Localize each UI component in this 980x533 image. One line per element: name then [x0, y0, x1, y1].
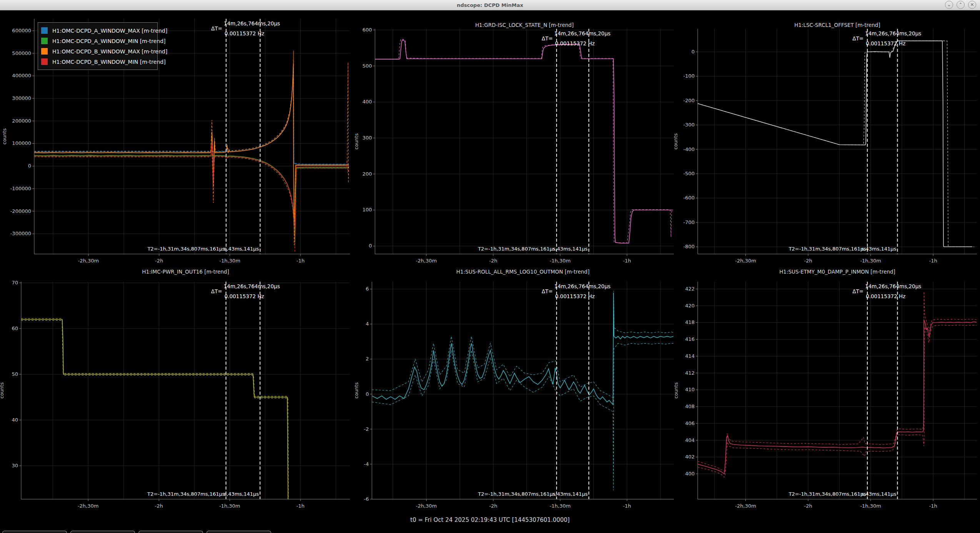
- delta-t-value: 14m,26s,764ms,20µs: [224, 20, 280, 27]
- x-tick-label: -1h: [297, 503, 305, 509]
- y-tick-label: 410: [685, 387, 695, 392]
- taskbar-window-button[interactable]: [2, 531, 67, 533]
- y-axis-label: counts: [673, 382, 679, 399]
- legend-item: H1:OMC-DCPD_B_WINDOW_MAX [m-trend]: [41, 46, 153, 56]
- legend-item: H1:OMC-DCPD_B_WINDOW_MIN [m-trend]: [41, 56, 153, 67]
- ndscope-window: { "window": { "title": "ndscope: DCPD Mi…: [0, 0, 980, 533]
- delta-t-frequency: 0.00115372 Hz: [555, 40, 595, 46]
- t1-cursor-label: s,43ms,141µs: [224, 246, 259, 252]
- plot-sus-roll[interactable]: -2h,30m-2h-1h,30m-1h6420-2-4-6countsH1:S…: [353, 269, 674, 509]
- delta-t-prefix: ΔT=: [542, 288, 553, 294]
- plot-grd-isc[interactable]: -2h,30m-2h-1h,30m-1h6005004003002001000c…: [353, 22, 674, 264]
- y-tick-label: 100: [362, 207, 372, 213]
- y-tick-label: -700: [683, 219, 695, 225]
- plot-title: H1:SUS-ROLL_ALL_RMS_LOG10_OUTMON [m-tren…: [456, 269, 589, 275]
- delta-t-value: 14m,26s,764ms,20µs: [865, 30, 921, 37]
- plot-title: H1:LSC-SRCL1_OFFSET [m-trend]: [794, 22, 880, 28]
- plot-area-imc-pwr: [21, 282, 350, 499]
- y-tick-label: 200000: [12, 118, 31, 124]
- x-tick-label: -2h: [804, 503, 812, 509]
- y-tick-label: 400: [685, 471, 695, 477]
- plot-area-grd-isc: [375, 29, 674, 254]
- plot-legend[interactable]: H1:OMC-DCPD_A_WINDOW_MAX [m-trend] H1:OM…: [38, 22, 158, 70]
- y-tick-label: 0: [369, 243, 372, 249]
- y-tick-label: -200000: [10, 208, 31, 214]
- t1-cursor-label: s,43ms,141µs: [862, 246, 897, 252]
- legend-swatch-orange: [41, 48, 48, 55]
- plot-imc-pwr[interactable]: -2h,30m-2h-1h,30m-1h7060504030countsH1:I…: [0, 269, 350, 509]
- plot-title: H1:GRD-ISC_LOCK_STATE_N [m-trend]: [475, 22, 573, 28]
- legend-label: H1:OMC-DCPD_A_WINDOW_MAX [m-trend]: [52, 28, 167, 34]
- y-tick-label: 406: [685, 420, 695, 426]
- taskbar-window-button[interactable]: [70, 531, 135, 533]
- close-button[interactable]: ✕: [968, 1, 976, 9]
- y-tick-label: -4: [364, 461, 369, 467]
- y-tick-label: 6: [366, 286, 369, 292]
- taskbar-window-button[interactable]: [207, 531, 271, 533]
- window-titlebar[interactable]: ndscope: DCPD MinMax ⌄ ⌃ ✕: [0, 0, 980, 10]
- plot-lsc-srcl1[interactable]: -2h,30m-2h-1h,30m-1h0-100-200-300-400-50…: [673, 22, 977, 264]
- taskbar-window-button[interactable]: [138, 531, 203, 533]
- y-axis-label: counts: [2, 128, 7, 144]
- y-tick-label: 418: [685, 319, 695, 325]
- t1-cursor-label: s,43ms,141µs: [553, 491, 588, 497]
- y-tick-label: 0: [692, 49, 695, 55]
- delta-t-prefix: ΔT=: [211, 25, 222, 32]
- y-tick-label: 4: [366, 321, 369, 327]
- x-tick-label: -2h,30m: [78, 503, 99, 509]
- minimize-button[interactable]: ⌄: [945, 1, 953, 9]
- delta-t-frequency: 0.00115372 Hz: [225, 293, 264, 299]
- x-tick-label: -1h,30m: [550, 258, 571, 264]
- x-tick-label: -2h,30m: [416, 503, 437, 509]
- y-tick-label: 70: [12, 280, 18, 286]
- plots-canvas[interactable]: -2h,30m-2h-1h,30m-1h60000050000040000030…: [0, 0, 980, 533]
- delta-t-frequency: 0.00115372 Hz: [866, 40, 905, 46]
- y-axis-label: counts: [0, 382, 5, 399]
- legend-item: H1:OMC-DCPD_A_WINDOW_MAX [m-trend]: [41, 25, 153, 36]
- plot-title: H1:SUS-ETMY_M0_DAMP_P_INMON [m-trend]: [779, 269, 895, 275]
- x-tick-label: -2h: [155, 258, 163, 264]
- y-tick-label: 400: [362, 99, 372, 105]
- delta-t-value: 14m,26s,764ms,20µs: [554, 283, 610, 289]
- t2-cursor-label: T2=-1h,31m,34s,807ms,161µs: [478, 491, 556, 497]
- legend-swatch-green: [41, 38, 48, 44]
- t2-cursor-label: T2=-1h,31m,34s,807ms,161µs: [147, 246, 225, 252]
- y-tick-label: -100: [683, 73, 695, 79]
- y-tick-label: 420: [685, 303, 695, 309]
- maximize-button[interactable]: ⌃: [957, 1, 965, 9]
- t2-cursor-label: T2=-1h,31m,34s,807ms,161µs: [147, 491, 225, 497]
- y-tick-label: 500: [362, 63, 372, 69]
- x-tick-label: -1h: [623, 258, 631, 264]
- delta-t-value: 14m,26s,764ms,20µs: [554, 30, 610, 37]
- y-tick-label: 100000: [12, 140, 31, 146]
- y-tick-label: 416: [685, 336, 695, 342]
- t1-cursor-label: s,43ms,141µs: [553, 246, 588, 252]
- t2-cursor-label: T2=-1h,31m,34s,807ms,161µs: [788, 246, 867, 252]
- x-tick-label: -1h,30m: [219, 258, 240, 264]
- plot-sus-etmy[interactable]: -2h,30m-2h-1h,30m-1h42242041841641441241…: [673, 269, 977, 509]
- t1-cursor-label: s,43ms,141µs: [224, 491, 259, 497]
- y-tick-label: 300000: [12, 95, 31, 101]
- window-controls: ⌄ ⌃ ✕: [945, 1, 976, 9]
- delta-t-prefix: ΔT=: [852, 35, 863, 42]
- y-tick-label: 60: [12, 325, 18, 331]
- plot-area-sus-roll: [372, 282, 674, 499]
- y-tick-label: 50: [12, 371, 18, 377]
- y-tick-label: 200: [362, 171, 372, 177]
- y-tick-label: 600: [362, 27, 372, 33]
- y-tick-label: -600: [683, 195, 695, 201]
- plot-title: H1:IMC-PWR_IN_OUT16 [m-trend]: [142, 269, 229, 275]
- y-axis-label: counts: [673, 133, 678, 149]
- legend-swatch-red: [41, 58, 48, 65]
- window-title: ndscope: DCPD MinMax: [457, 2, 523, 8]
- x-tick-label: -1h,30m: [550, 503, 571, 509]
- x-tick-label: -1h,30m: [219, 503, 240, 509]
- legend-swatch-blue: [41, 27, 48, 34]
- x-tick-label: -1h,30m: [860, 258, 881, 264]
- t1-cursor-label: s,43ms,141µs: [862, 491, 897, 497]
- y-tick-label: 0: [28, 163, 31, 169]
- x-tick-label: -2h: [489, 503, 497, 509]
- delta-t-value: 14m,26s,764ms,20µs: [865, 283, 921, 289]
- y-tick-label: 2: [366, 356, 369, 362]
- y-tick-label: -300: [683, 122, 695, 128]
